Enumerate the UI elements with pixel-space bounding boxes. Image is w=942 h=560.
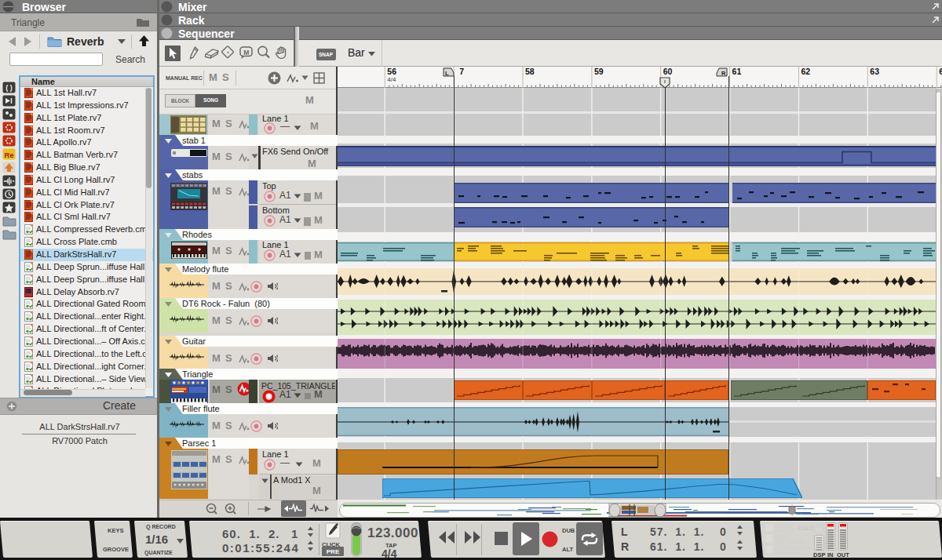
svg-text:64: 64	[939, 67, 942, 76]
svg-text:M: M	[243, 49, 249, 56]
svg-text:( ): ( )	[5, 84, 13, 92]
svg-text:Re: Re	[4, 151, 13, 159]
